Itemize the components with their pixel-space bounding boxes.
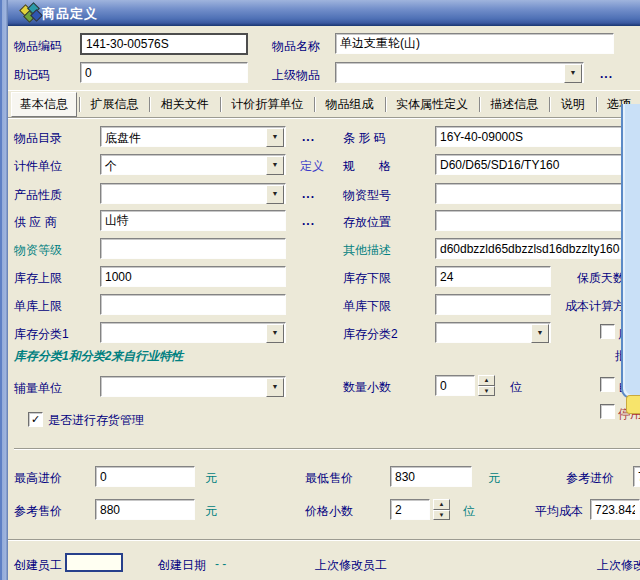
price-decimal-unit-label: 位 [463,503,475,520]
tab-item-composition[interactable]: 物品组成 [317,92,383,117]
tabbar-divider [8,117,640,119]
overlapping-balloon-corner [626,395,640,414]
tab-entity-attributes[interactable]: 实体属性定义 [387,92,477,117]
max-purchase-label: 最高进价 [14,470,62,487]
price-decimal-input[interactable] [390,499,430,520]
stock-class1-label: 库存分类1 [14,326,69,343]
spin-down-icon[interactable]: ▼ [433,510,450,521]
ref-purchase-input[interactable] [633,466,640,487]
aux-unit-label: 辅量单位 [14,380,62,397]
min-sale-label: 最低售价 [305,470,353,487]
chevron-down-icon[interactable]: ▼ [266,185,284,204]
other-desc-input[interactable] [435,238,625,259]
check-icon: ✓ [31,413,40,425]
disabled-flag-checkbox[interactable] [600,404,615,419]
qty-decimal-label: 数量小数 [343,379,391,396]
stock-class2-label: 库存分类2 [343,326,398,343]
other-desc-label: 其他描述 [343,242,391,259]
catalog-combo[interactable]: 底盘件 ▼ [100,126,286,147]
stock-class1-combo[interactable]: ▼ [100,322,286,343]
grade-label: 物资等级 [14,242,62,259]
ref-sale-unit-label: 元 [205,503,217,520]
avg-cost-label: 平均成本 [535,503,583,520]
spin-up-icon[interactable]: ▲ [478,375,495,386]
catalog-more-button[interactable]: ... [302,130,315,144]
product-definition-window: 商品定义 物品编码 物品名称 助记码 上级物品 ▼ ... 基本信息 扩展信息 … [0,0,640,580]
qty-decimal-stepper[interactable]: ▲ ▼ [478,375,495,396]
location-input[interactable] [435,210,625,231]
parent-item-more-button[interactable]: ... [600,67,613,81]
tab-extended-info[interactable]: 扩展信息 [81,92,147,117]
model-input[interactable] [435,183,625,204]
min-sale-unit-label: 元 [488,470,500,487]
stock-lower-label: 库存下限 [343,270,391,287]
parent-item-label: 上级物品 [272,67,320,84]
title-bar[interactable]: 商品定义 [8,0,640,26]
stock-upper-input[interactable] [100,266,286,287]
barcode-input[interactable] [435,126,625,147]
tab-bar: 基本信息 扩展信息 相关文件 计价折算单位 物品组成 实体属性定义 描述信息 说… [8,90,640,117]
unit-combo[interactable]: 个 ▼ [100,154,286,175]
chevron-down-icon[interactable]: ▼ [266,156,284,175]
ref-sale-label: 参考售价 [14,503,62,520]
inventory-checkbox-label: 是否进行存货管理 [48,412,144,429]
chevron-down-icon[interactable]: ▼ [564,64,582,83]
parent-item-combo[interactable]: ▼ [335,62,584,83]
tab-related-files[interactable]: 相关文件 [152,92,218,117]
stock-class-note: 库存分类1和分类2来自行业特性 [14,348,183,365]
min-sale-input[interactable] [390,466,472,487]
nature-more-button[interactable]: ... [302,187,315,201]
item-code-input[interactable] [80,33,248,55]
tab-pricing-units[interactable]: 计价折算单位 [222,92,312,117]
max-purchase-input[interactable] [95,466,195,487]
store-upper-input[interactable] [100,294,286,315]
location-label: 存放位置 [343,214,391,231]
catalog-value: 底盘件 [105,130,141,147]
unit-define-link[interactable]: 定义 [300,158,324,175]
grade-input[interactable] [100,238,286,259]
store-lower-label: 单库下限 [343,298,391,315]
tab-basic-info[interactable]: 基本信息 [11,92,77,117]
creator-input[interactable] [65,553,123,572]
nature-label: 产品性质 [14,187,62,204]
stock-track-checkbox[interactable] [600,324,615,339]
supplier-more-button[interactable]: ... [302,214,315,228]
tab-description-info[interactable]: 描述信息 [481,92,547,117]
overlapping-panel-edge [621,104,640,399]
price-decimal-stepper[interactable]: ▲ ▼ [433,499,450,520]
ref-sale-input[interactable] [95,499,195,520]
mnemonic-label: 助记码 [14,67,50,84]
chevron-down-icon[interactable]: ▼ [266,324,284,343]
inventory-checkbox[interactable]: ✓ [28,412,43,427]
modifier-label: 上次修改员工 [315,557,387,574]
price-decimal-label: 价格小数 [305,503,353,520]
stock-class2-combo[interactable]: ▼ [435,322,551,343]
aux-unit-combo[interactable]: ▼ [100,376,286,397]
nature-combo[interactable]: ▼ [100,183,286,204]
unit-label: 计件单位 [14,158,62,175]
supplier-input[interactable] [100,210,286,231]
stock-lower-input[interactable] [435,266,551,287]
supplier-label: 供 应 商 [14,214,57,231]
spin-up-icon[interactable]: ▲ [433,499,450,510]
spin-down-icon[interactable]: ▼ [478,386,495,397]
chevron-down-icon[interactable]: ▼ [266,378,284,397]
modified-label: 上次修改 [597,557,640,574]
creator-label: 创建员工 [14,557,62,574]
max-purchase-unit-label: 元 [205,470,217,487]
stock-upper-label: 库存上限 [14,270,62,287]
catalog-label: 物品目录 [14,130,62,147]
item-name-input[interactable] [335,33,614,54]
ref-purchase-label: 参考进价 [566,470,614,487]
mnemonic-input[interactable] [80,62,248,83]
app-icon [20,4,40,21]
chevron-down-icon[interactable]: ▼ [531,324,549,343]
spec-input[interactable] [435,154,625,175]
store-lower-input[interactable] [435,294,551,315]
window-title: 商品定义 [42,5,98,23]
avg-cost-input[interactable] [590,499,640,520]
tab-notes[interactable]: 说明 [552,92,594,117]
auto-checkbox[interactable] [600,377,615,392]
chevron-down-icon[interactable]: ▼ [266,128,284,147]
qty-decimal-input[interactable] [435,375,475,396]
